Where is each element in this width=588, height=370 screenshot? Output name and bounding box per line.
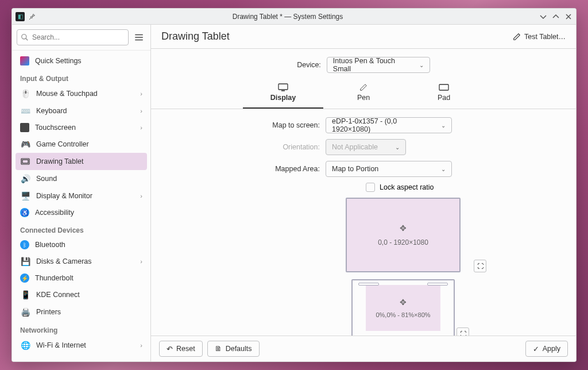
tablet-icon: [20, 156, 30, 167]
minimize-button[interactable]: [539, 13, 547, 21]
chevron-right-icon: ›: [140, 342, 142, 349]
lock-aspect-label: Lock aspect ratio: [380, 183, 434, 191]
apply-button[interactable]: ✓Apply: [525, 341, 568, 357]
quick-icon: [20, 56, 29, 65]
reset-button[interactable]: ↶Reset: [159, 341, 203, 357]
tabbar: Display Pen Pad: [151, 79, 576, 109]
chevron-right-icon: ›: [140, 107, 142, 114]
map-screen-label: Map to screen:: [165, 121, 320, 129]
sidebar-header-net: Networking: [12, 321, 150, 337]
sidebar-item-game[interactable]: 🎮Game Controller: [12, 136, 150, 153]
fit-screen-button[interactable]: ⛶: [474, 260, 486, 272]
chevron-right-icon: ›: [140, 124, 142, 131]
move-icon: ✥: [400, 223, 407, 233]
accessibility-icon: ♿: [20, 208, 29, 217]
disk-icon: 💾: [20, 256, 30, 267]
chevron-down-icon: ⌄: [395, 144, 400, 151]
sidebar-header-io: Input & Output: [12, 69, 150, 85]
bluetooth-icon: ᛒ: [20, 240, 29, 249]
pin-icon[interactable]: [28, 13, 36, 21]
sidebar-item-thunderbolt[interactable]: ⚡Thunderbolt: [12, 270, 150, 286]
fit-tablet-button[interactable]: ⛶: [457, 327, 469, 336]
svg-rect-4: [439, 84, 448, 90]
test-tablet-button[interactable]: Test Tablet…: [513, 33, 566, 41]
sidebar-item-quick[interactable]: Quick Settings: [12, 53, 150, 69]
chevron-down-icon: ⌄: [419, 62, 424, 68]
move-icon: ✥: [400, 298, 407, 307]
sidebar-item-kde[interactable]: 📱KDE Connect: [12, 286, 150, 303]
chevron-right-icon: ›: [140, 192, 142, 199]
device-label: Device:: [297, 61, 321, 69]
mapped-area-label: Mapped Area:: [165, 165, 320, 173]
sidebar-item-a11y[interactable]: ♿Accessibility: [12, 205, 150, 221]
map-screen-select[interactable]: eDP-1-0x1357 - (0,0 1920×1080)⌄: [326, 117, 452, 133]
sidebar-item-label: Quick Settings: [35, 57, 82, 65]
display-tab-icon: [278, 83, 288, 91]
pad-tab-icon: [439, 83, 449, 91]
maximize-button[interactable]: [552, 13, 560, 21]
page-title: Drawing Tablet: [161, 30, 513, 43]
svg-rect-2: [22, 160, 28, 163]
orientation-label: Orientation:: [165, 143, 320, 151]
defaults-button[interactable]: 🗎Defaults: [207, 341, 260, 357]
device-select[interactable]: Intuos Pen & Touch Small⌄: [327, 57, 430, 73]
sidebar-item-display[interactable]: 🖥️Display & Monitor›: [12, 187, 150, 205]
speaker-icon: 🔊: [20, 174, 30, 184]
titlebar: ◧ Drawing Tablet * — System Settings: [12, 9, 576, 25]
tablet-hw-button: [427, 283, 448, 286]
undo-icon: ↶: [167, 345, 173, 353]
screen-preview[interactable]: ✥ 0,0 - 1920×1080: [346, 198, 461, 272]
chevron-down-icon: ⌄: [441, 166, 446, 172]
sidebar-item-wifi[interactable]: 🌐Wi-Fi & Internet›: [12, 337, 150, 354]
sidebar-item-bluetooth[interactable]: ᛒBluetooth: [12, 237, 150, 253]
thunderbolt-icon: ⚡: [20, 273, 29, 283]
sidebar-item-printers[interactable]: 🖨️Printers: [12, 303, 150, 321]
mouse-icon: 🖱️: [20, 88, 30, 99]
gamepad-icon: 🎮: [20, 139, 30, 149]
svg-point-0: [22, 34, 26, 39]
sidebar-item-sound[interactable]: 🔊Sound: [12, 170, 150, 187]
close-button[interactable]: [564, 13, 572, 21]
sidebar: Quick Settings Input & Output 🖱️Mouse & …: [12, 25, 151, 361]
tablet-hw-button: [358, 283, 379, 286]
orientation-select: Not Applicable⌄: [326, 139, 406, 155]
document-icon: 🗎: [215, 345, 222, 353]
chevron-right-icon: ›: [140, 258, 142, 265]
chevron-down-icon: ⌄: [441, 122, 446, 129]
tablet-preview[interactable]: ✥ 0%,0% - 81%×80%: [351, 279, 455, 336]
touchscreen-icon: [20, 123, 29, 132]
pen-tab-icon: [358, 83, 369, 91]
monitor-icon: 🖥️: [20, 191, 30, 201]
lock-aspect-checkbox[interactable]: [366, 183, 375, 192]
search-input[interactable]: [17, 29, 129, 45]
printer-icon: 🖨️: [20, 307, 30, 317]
sidebar-header-connected: Connected Devices: [12, 221, 150, 237]
check-icon: ✓: [533, 345, 539, 353]
svg-rect-3: [278, 84, 288, 90]
app-icon: ◧: [16, 12, 25, 21]
sidebar-item-touchscreen[interactable]: Touchscreen›: [12, 120, 150, 136]
window-title: Drawing Tablet * — System Settings: [36, 13, 539, 21]
tab-pen[interactable]: Pen: [323, 79, 404, 109]
pencil-icon: [513, 33, 521, 41]
keyboard-icon: ⌨️: [20, 106, 30, 116]
sidebar-item-tablet[interactable]: Drawing Tablet: [16, 153, 147, 170]
tab-display[interactable]: Display: [243, 79, 323, 109]
search-icon: [21, 33, 29, 41]
mapped-area-select[interactable]: Map to Portion⌄: [326, 161, 452, 177]
wifi-icon: 🌐: [20, 340, 30, 350]
menu-button[interactable]: [132, 30, 146, 44]
kde-icon: 📱: [20, 290, 30, 300]
sidebar-item-disks[interactable]: 💾Disks & Cameras›: [12, 253, 150, 270]
sidebar-item-keyboard[interactable]: ⌨️Keyboard›: [12, 102, 150, 120]
chevron-right-icon: ›: [140, 90, 142, 97]
sidebar-item-mouse[interactable]: 🖱️Mouse & Touchpad›: [12, 85, 150, 102]
tab-pad[interactable]: Pad: [404, 79, 484, 109]
